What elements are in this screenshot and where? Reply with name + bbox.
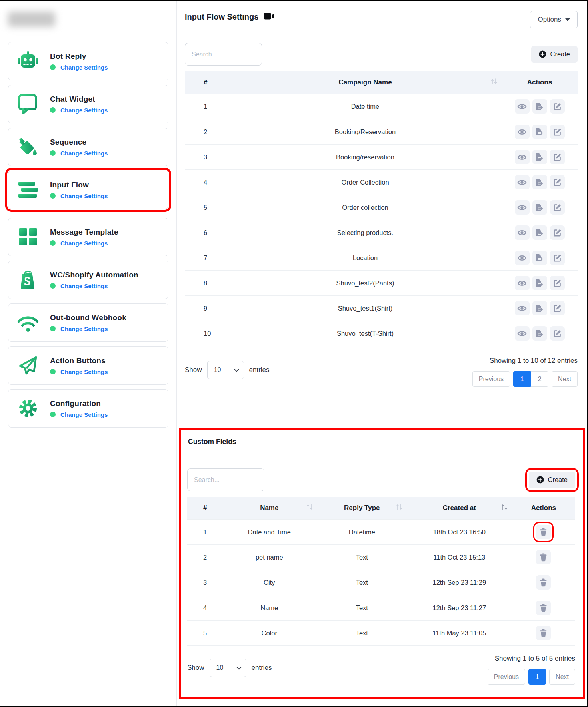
delete-button[interactable] (536, 575, 551, 590)
next-page-button[interactable]: Next (549, 669, 575, 685)
edit-button[interactable] (550, 225, 565, 240)
table-row: 9 Shuvo_test1(Shirt) (185, 296, 578, 321)
search-input[interactable] (185, 43, 262, 66)
delete-button[interactable] (536, 626, 551, 640)
change-settings-link[interactable]: Change Settings (50, 283, 138, 289)
field-name-cell: Date and Time (222, 520, 317, 545)
edit-button[interactable] (550, 301, 565, 315)
sidebar-item-label: WC/Shopify Automation (50, 271, 138, 279)
sidebar-item-input-flow[interactable]: Input Flow Change Settings (8, 171, 168, 209)
sidebar-item-chat-widget[interactable]: Chat Widget Change Settings (8, 85, 168, 123)
change-settings-link[interactable]: Change Settings (50, 368, 108, 375)
sort-icon[interactable] (306, 504, 313, 512)
sidebar-item-message-template[interactable]: Message Template Change Settings (8, 218, 168, 256)
edit-button[interactable] (550, 125, 565, 139)
change-settings-link[interactable]: Change Settings (50, 107, 108, 114)
edit-button[interactable] (550, 150, 565, 164)
sort-icon[interactable] (396, 504, 403, 512)
create-label: Create (550, 50, 570, 58)
row-index: 9 (185, 296, 229, 321)
column-header-created-at[interactable]: Created at (407, 497, 512, 520)
export-button[interactable] (532, 326, 547, 341)
edit-button[interactable] (550, 326, 565, 341)
edit-button[interactable] (550, 200, 565, 215)
export-button[interactable] (532, 125, 547, 139)
field-name-cell: Color (222, 621, 317, 646)
edit-button[interactable] (550, 99, 565, 114)
export-icon (535, 329, 544, 337)
export-button[interactable] (532, 225, 547, 240)
edit-button[interactable] (550, 251, 565, 265)
entries-summary: Showing 1 to 5 of 5 entries (495, 654, 575, 663)
previous-page-button[interactable]: Previous (488, 669, 525, 685)
page-1-button[interactable]: 1 (528, 669, 546, 685)
edit-button[interactable] (550, 175, 565, 189)
campaign-name-cell: Date time (229, 94, 502, 119)
created-at-cell: 18th Oct 23 16:50 (407, 520, 512, 545)
page-size-select[interactable]: 10 (207, 361, 244, 379)
export-button[interactable] (532, 276, 547, 290)
sidebar-item-bot-reply[interactable]: Bot Reply Change Settings (8, 42, 168, 80)
edit-icon (553, 153, 562, 161)
reply-type-cell: Text (317, 545, 407, 570)
previous-page-button[interactable]: Previous (472, 371, 510, 387)
page-2-button[interactable]: 2 (531, 371, 548, 387)
change-settings-link[interactable]: Change Settings (50, 411, 108, 418)
delete-button[interactable] (536, 601, 551, 615)
sidebar-item-sequence[interactable]: Sequence Change Settings (8, 128, 168, 166)
custom-fields-create-button[interactable]: Create (529, 472, 575, 488)
sidebar-item-label: Bot Reply (50, 52, 108, 61)
change-settings-link[interactable]: Change Settings (50, 325, 126, 332)
sidebar-item-configuration[interactable]: Configuration Change Settings (8, 389, 168, 428)
view-button[interactable] (515, 301, 530, 315)
paper-plane-icon (16, 355, 40, 376)
eye-icon (517, 305, 527, 312)
campaign-name-cell: Shuvo_test(T-Shirt) (229, 321, 502, 346)
robot-icon (16, 51, 40, 72)
export-button[interactable] (532, 99, 547, 114)
delete-button[interactable] (536, 550, 551, 564)
view-button[interactable] (515, 150, 530, 164)
row-index: 4 (187, 595, 222, 621)
column-header-reply-type[interactable]: Reply Type (317, 497, 407, 520)
export-button[interactable] (532, 301, 547, 315)
custom-fields-search-input[interactable] (187, 468, 264, 491)
change-settings-link[interactable]: Change Settings (50, 64, 108, 71)
view-button[interactable] (515, 125, 530, 139)
export-button[interactable] (532, 150, 547, 164)
view-button[interactable] (515, 200, 530, 215)
change-settings-link[interactable]: Change Settings (50, 193, 108, 199)
table-row: 1 Date time (185, 94, 578, 119)
page-1-button[interactable]: 1 (513, 371, 531, 387)
export-button[interactable] (532, 175, 547, 189)
column-header-name[interactable]: Name (222, 497, 317, 520)
column-header-campaign-name[interactable]: Campaign Name (229, 71, 502, 94)
main-content: Input Flow Settings Options Create # (177, 1, 587, 706)
edit-button[interactable] (550, 276, 565, 290)
sidebar-item-action-buttons[interactable]: Action Buttons Change Settings (8, 346, 168, 385)
change-settings-link[interactable]: Change Settings (50, 240, 118, 247)
view-button[interactable] (515, 99, 530, 114)
sidebar-item-out-bound-webhook[interactable]: Out-bound Webhook Change Settings (8, 303, 168, 342)
video-camera-icon[interactable] (264, 12, 275, 22)
delete-button[interactable] (536, 525, 551, 539)
sidebar-item-wc-shopify-automation[interactable]: WC/Shopify Automation Change Settings (8, 261, 168, 299)
page-size-select[interactable]: 10 (210, 659, 246, 677)
table-row: 5 Order collection (185, 195, 578, 220)
status-dot (50, 240, 56, 246)
export-button[interactable] (532, 200, 547, 215)
options-button[interactable]: Options (530, 11, 578, 28)
next-page-button[interactable]: Next (552, 371, 578, 387)
view-button[interactable] (515, 175, 530, 189)
change-settings-link[interactable]: Change Settings (50, 150, 108, 157)
view-button[interactable] (515, 225, 530, 240)
create-button[interactable]: Create (531, 46, 578, 63)
view-button[interactable] (515, 251, 530, 265)
export-button[interactable] (532, 251, 547, 265)
gear-icon (16, 398, 40, 419)
view-button[interactable] (515, 326, 530, 341)
view-button[interactable] (515, 276, 530, 290)
sort-icon[interactable] (490, 78, 498, 87)
sort-icon-active[interactable] (501, 504, 508, 512)
export-icon (535, 178, 544, 186)
